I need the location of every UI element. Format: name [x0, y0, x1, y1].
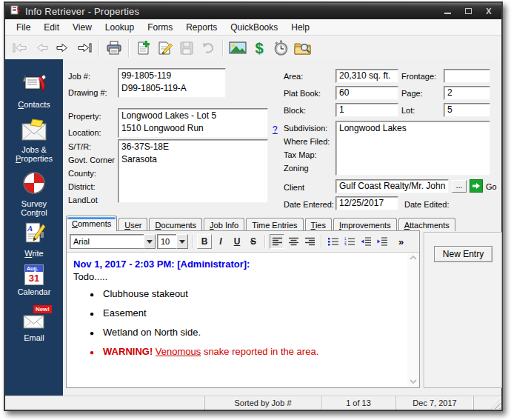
align-right-button[interactable] [302, 234, 317, 249]
menu-reports[interactable]: Reports [179, 21, 224, 34]
svg-text:A: A [27, 224, 33, 233]
next-record-button[interactable] [53, 38, 73, 58]
sidebar-item-contacts[interactable]: Contacts [18, 73, 50, 109]
bold-button[interactable]: B [197, 234, 212, 249]
tab-improvements[interactable]: Improvements [333, 218, 397, 231]
align-left-button[interactable] [270, 234, 284, 249]
align-center-button[interactable] [286, 234, 301, 249]
font-size-select[interactable]: 10 [157, 234, 188, 249]
date-entered-field[interactable]: 12/25/2017 [335, 196, 398, 210]
page-field[interactable]: 2 [444, 86, 490, 100]
undo-button[interactable] [198, 38, 218, 58]
minimize-button[interactable] [442, 6, 452, 16]
frontage-field[interactable] [444, 69, 490, 83]
comment-scrollbar[interactable] [407, 253, 418, 387]
district-label: District: [68, 182, 96, 191]
zoning-label: Zoning [284, 164, 309, 173]
bullet-icon: ● [90, 290, 94, 299]
dropdown-arrow-icon[interactable] [144, 234, 156, 249]
edit-record-icon [158, 41, 173, 56]
tab-ties[interactable]: Ties [305, 218, 332, 231]
tab-time-entries[interactable]: Time Entries [246, 218, 303, 231]
area-field[interactable]: 20,310 sq. ft. [335, 69, 398, 83]
font-family-select[interactable]: Arial [70, 234, 156, 249]
save-button[interactable] [176, 38, 197, 58]
bullet-list-button[interactable] [326, 234, 341, 249]
image-button[interactable] [227, 38, 248, 58]
underline-button[interactable]: U [230, 234, 244, 249]
menu-forms[interactable]: Forms [141, 21, 179, 34]
maximize-button[interactable] [463, 6, 473, 16]
comment-intro: Todo..... [73, 271, 404, 282]
email-icon: New! [22, 310, 46, 331]
lookup-icon [294, 41, 311, 55]
str-county-field[interactable]: 36-37S-18ESarasota [118, 139, 268, 203]
italic-button[interactable]: I [213, 234, 228, 249]
plat-book-field[interactable]: 60 [335, 86, 398, 100]
app-icon [10, 4, 21, 18]
new-entry-button[interactable]: New Entry [434, 246, 492, 262]
tab-user[interactable]: User [118, 218, 147, 231]
sidebar-item-survey-control[interactable]: Survey Control [21, 170, 47, 217]
previous-record-button[interactable] [31, 38, 52, 58]
edit-record-button[interactable] [155, 38, 176, 58]
scroll-down-icon[interactable] [410, 379, 417, 384]
scroll-up-icon[interactable] [410, 256, 417, 260]
dropdown-arrow-icon[interactable] [176, 234, 188, 249]
comment-bullet: ●Easement [90, 307, 404, 319]
numbered-list-button[interactable]: 123 [342, 234, 357, 249]
client-go-button[interactable] [470, 179, 483, 193]
close-button[interactable]: X [484, 6, 494, 16]
sidebar-item-email[interactable]: New! Email [22, 310, 46, 342]
tab-attachments[interactable]: Attachments [398, 218, 455, 231]
tab-documents[interactable]: Documents [149, 218, 202, 231]
sidebar: Contacts Jobs & Properties Survey Contro… [5, 59, 63, 396]
first-record-button[interactable] [10, 38, 30, 58]
title-bar[interactable]: Info Retriever - Properties X [5, 3, 501, 19]
menu-help[interactable]: Help [284, 21, 316, 34]
menu-file[interactable]: File [10, 21, 37, 34]
sidebar-item-calendar[interactable]: Aug.31 Calendar [18, 264, 51, 296]
timer-button[interactable] [270, 38, 291, 58]
menu-view[interactable]: View [66, 21, 98, 34]
comment-editor[interactable]: Nov 1, 2017 - 2:03 PM: [Administrator]: … [67, 253, 418, 387]
lot-label: Lot: [401, 106, 415, 115]
job-drawing-field[interactable]: 99-1805-119D99-1805-119-A [118, 68, 226, 98]
sidebar-label: Contacts [18, 100, 50, 109]
last-record-button[interactable] [74, 38, 95, 58]
location-help-link[interactable]: ? [273, 124, 278, 135]
tab-comments[interactable]: Comments [66, 216, 117, 231]
billing-button[interactable]: $ [249, 38, 270, 58]
sidebar-item-write[interactable]: A Write [21, 221, 47, 258]
minimize-icon [444, 13, 451, 14]
strikethrough-button[interactable]: S [246, 234, 261, 249]
increase-indent-button[interactable] [375, 234, 390, 249]
property-location-field[interactable]: Longwood Lakes - Lot 51510 Longwood Run [118, 108, 268, 138]
lot-field[interactable]: 5 [444, 103, 490, 117]
decrease-indent-button[interactable] [358, 234, 373, 249]
sidebar-item-jobs-properties[interactable]: Jobs & Properties [16, 118, 53, 163]
menu-edit[interactable]: Edit [37, 21, 66, 34]
menu-quickbooks[interactable]: QuickBooks [224, 21, 284, 34]
survey-control-icon [21, 170, 47, 197]
comment-bullet: ●Wetland on North side. [90, 327, 404, 338]
print-icon [106, 41, 122, 55]
tab-job-info[interactable]: Job Info [204, 218, 244, 231]
numbered-list-icon: 123 [344, 237, 355, 246]
more-tools-button[interactable]: » [398, 236, 404, 247]
print-button[interactable] [104, 38, 124, 58]
block-field[interactable]: 1 [335, 103, 398, 117]
menu-lookup[interactable]: Lookup [98, 21, 141, 34]
comment-content: Nov 1, 2017 - 2:03 PM: [Administrator]: … [73, 259, 404, 365]
app-window: Info Retriever - Properties X File Edit … [4, 1, 503, 411]
client-browse-button[interactable]: ... [452, 180, 467, 193]
previous-record-icon [34, 43, 49, 53]
status-bar: Sorted by Job # 1 of 13 Dec 7, 2017 [5, 396, 501, 410]
tax-map-label: Tax Map: [284, 150, 317, 159]
subdivision-field[interactable]: Longwood Lakes [335, 121, 490, 176]
client-field[interactable]: Gulf Coast Realty/Mr. John Jar [335, 179, 449, 193]
new-record-button[interactable] [133, 38, 154, 58]
lookup-button[interactable] [292, 38, 313, 58]
align-left-icon [273, 237, 282, 246]
status-date: Dec 7, 2017 [396, 396, 474, 410]
